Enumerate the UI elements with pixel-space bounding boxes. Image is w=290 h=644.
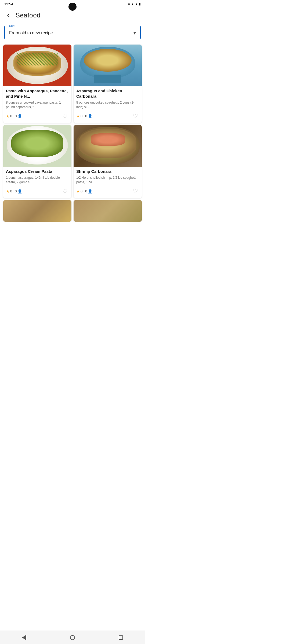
camera-notch [68, 3, 77, 11]
recipe-card-3[interactable]: Asparagus Cream Pasta 1 bunch asparagus,… [3, 125, 71, 198]
recipe-footer-1: ★ 0 0 👤 ♡ [6, 112, 69, 120]
recipe-info-2: Asparagus and Chicken Carbonara 8 ounces… [74, 86, 142, 123]
recipe-image-4 [74, 125, 142, 167]
person-icon-4: 👤 [88, 189, 92, 193]
rating-value-3: 0 [10, 189, 12, 193]
recipe-stats-2: ★ 0 0 👤 [76, 114, 92, 119]
sort-selected-value: From old to new recipe [9, 31, 53, 35]
rating-stat-4: ★ 0 [76, 189, 82, 194]
recipe-image-3 [3, 125, 71, 167]
wifi-icon: ▲ [131, 2, 134, 6]
heart-icon-1: ♡ [62, 113, 68, 119]
status-time: 12:54 [4, 2, 13, 6]
back-arrow-icon [5, 12, 11, 18]
person-icon-2: 👤 [88, 114, 92, 118]
recipe-ingredients-3: 1 bunch asparagus, 142ml tub double crea… [6, 175, 69, 185]
heart-icon-4: ♡ [133, 188, 138, 194]
heart-icon-2: ♡ [133, 113, 138, 119]
recipes-grid: Pasta with Asparagus, Pancetta, and Pine… [0, 41, 145, 198]
recipe-info-1: Pasta with Asparagus, Pancetta, and Pine… [3, 86, 71, 123]
servings-value-4: 0 [85, 189, 87, 193]
rating-stat-3: ★ 0 [6, 189, 12, 194]
favorite-button-1[interactable]: ♡ [61, 112, 69, 120]
servings-value-2: 0 [85, 114, 87, 118]
recipe-image-2 [74, 45, 142, 86]
sort-label: Sort [8, 24, 16, 27]
rating-value-1: 0 [10, 114, 12, 118]
sort-section: Sort From old to new recipe ▾ [0, 23, 145, 41]
recipe-title-4: Shrimp Carbonara [76, 169, 139, 174]
servings-stat-4: 0 👤 [85, 189, 92, 193]
servings-stat-2: 0 👤 [85, 114, 92, 118]
recipe-title-2: Asparagus and Chicken Carbonara [76, 88, 139, 99]
favorite-button-4[interactable]: ♡ [132, 187, 139, 195]
recipe-stats-3: ★ 0 0 👤 [6, 189, 22, 194]
recipe-info-4: Shrimp Carbonara 1/2 klo unshelled shrim… [74, 167, 142, 198]
recipe-stats-1: ★ 0 0 👤 [6, 114, 22, 119]
servings-stat-1: 0 👤 [15, 114, 22, 118]
recipe-title-1: Pasta with Asparagus, Pancetta, and Pine… [6, 88, 69, 99]
status-icons: ⊘ ▲ ▲ ▮ [128, 2, 141, 6]
recipe-footer-4: ★ 0 0 👤 ♡ [76, 187, 139, 195]
partial-card-6[interactable] [74, 200, 142, 222]
rating-stat-1: ★ 0 [6, 114, 12, 119]
servings-stat-3: 0 👤 [15, 189, 22, 193]
servings-value-1: 0 [15, 114, 17, 118]
star-icon-1: ★ [6, 114, 9, 119]
recipe-ingredients-2: 8 ounces uncooked spaghetti, 2 cups (1-i… [76, 100, 139, 109]
recipe-card-2[interactable]: Asparagus and Chicken Carbonara 8 ounces… [74, 45, 142, 123]
favorite-button-2[interactable]: ♡ [132, 112, 139, 120]
back-button[interactable] [4, 11, 12, 19]
recipe-image-1 [3, 45, 71, 86]
page-title: Seafood [16, 12, 41, 19]
signal-icon: ▲ [135, 2, 138, 6]
sort-value: From old to new recipe ▾ [9, 30, 136, 36]
recipe-ingredients-4: 1/2 klo unshelled shrimp, 1/2 klo spaghe… [76, 175, 139, 185]
star-icon-4: ★ [76, 189, 80, 194]
status-bar: 12:54 ⊘ ▲ ▲ ▮ [0, 0, 145, 8]
recipe-footer-3: ★ 0 0 👤 ♡ [6, 187, 69, 195]
recipe-ingredients-1: 8 ounces uncooked cavatappi pasta, 1 pou… [6, 100, 69, 109]
person-icon-1: 👤 [17, 114, 22, 118]
battery-icon: ▮ [139, 2, 141, 6]
partial-cards-row [0, 200, 145, 222]
rating-stat-2: ★ 0 [76, 114, 82, 119]
star-icon-2: ★ [76, 114, 80, 119]
recipe-card-1[interactable]: Pasta with Asparagus, Pancetta, and Pine… [3, 45, 71, 123]
recipe-title-3: Asparagus Cream Pasta [6, 169, 69, 174]
notification-icon: ⊘ [128, 2, 130, 6]
recipe-stats-4: ★ 0 0 👤 [76, 189, 92, 194]
partial-card-5[interactable] [3, 200, 71, 222]
rating-value-2: 0 [81, 114, 82, 118]
recipe-footer-2: ★ 0 0 👤 ♡ [76, 112, 139, 120]
star-icon-3: ★ [6, 189, 9, 194]
heart-icon-3: ♡ [62, 188, 68, 194]
sort-dropdown[interactable]: Sort From old to new recipe ▾ [4, 26, 141, 39]
recipe-card-4[interactable]: Shrimp Carbonara 1/2 klo unshelled shrim… [74, 125, 142, 198]
person-icon-3: 👤 [17, 189, 22, 193]
servings-value-3: 0 [15, 189, 17, 193]
recipe-info-3: Asparagus Cream Pasta 1 bunch asparagus,… [3, 167, 71, 198]
chevron-down-icon: ▾ [133, 30, 136, 36]
favorite-button-3[interactable]: ♡ [61, 187, 69, 195]
rating-value-4: 0 [81, 189, 82, 193]
